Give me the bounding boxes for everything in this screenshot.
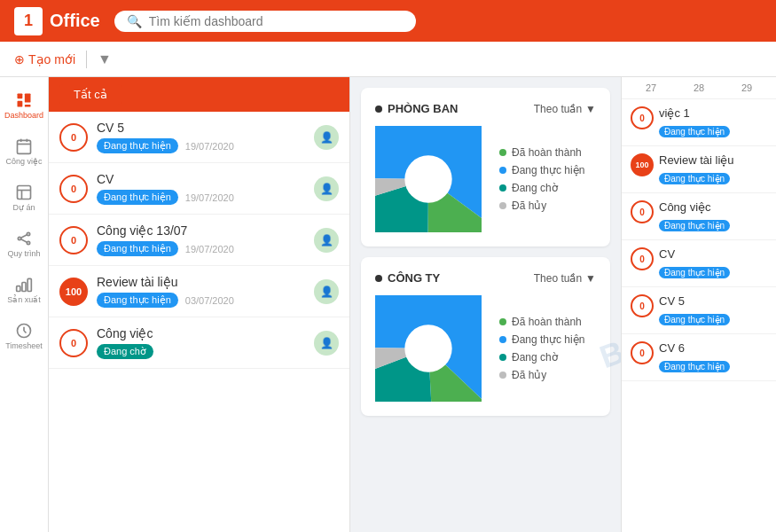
list-item[interactable]: 0 CV 5 Đang thực hiện [622, 287, 776, 334]
logo-icon: 1 [14, 7, 43, 35]
sidebar-item-timesheet[interactable]: Timesheet [0, 315, 48, 357]
legend-dot [499, 149, 506, 156]
pie-chart-phongban [375, 126, 482, 232]
task-list-header: Tất cả [49, 77, 349, 112]
task-meta: Đang thực hiện 19/07/2020 [97, 241, 305, 256]
status-badge: Đang chờ [97, 344, 153, 359]
task-info: CV 6 Đang thực hiện [659, 341, 730, 373]
list-item: Đang thực hiện [499, 333, 584, 346]
legend-dot [499, 372, 506, 379]
table-row[interactable]: 0 CV Đang thực hiện 19/07/2020 👤 [49, 163, 349, 215]
table-row[interactable]: 0 Công việc 13/07 Đang thực hiện 19/07/2… [49, 215, 349, 266]
charts-panel: Bizfly PHÒNG BAN Theo tuần ▼ [350, 77, 621, 532]
list-item: Đang chờ [499, 182, 584, 194]
legend-label: Đã hủy [512, 369, 546, 381]
svg-rect-8 [18, 186, 31, 200]
task-badge: 100 [59, 278, 88, 306]
chevron-down-icon: ▼ [585, 103, 596, 115]
task-meta: Đang thực hiện 19/07/2020 [97, 190, 305, 205]
search-input[interactable] [149, 14, 404, 28]
list-item[interactable]: 0 CV 6 Đang thực hiện [622, 334, 776, 381]
task-info: Review tài liệu Đang thực hiện [659, 153, 734, 185]
sidebar-label-dashboard: Dashboard [4, 111, 43, 120]
sidebar-item-congviec[interactable]: Công việc [0, 130, 48, 173]
sidebar-item-quytrinh[interactable]: Quy trình [0, 223, 48, 265]
right-panel-header: 27 28 29 [622, 77, 776, 99]
table-row[interactable]: 100 Review tài liệu Đang thực hiện 03/07… [49, 266, 349, 317]
logo-area: 1 Office [14, 7, 100, 35]
task-name: Công việc 13/07 [97, 223, 305, 238]
list-item[interactable]: 0 Công việc Đang thực hiện [622, 193, 776, 240]
cal-label-1: 27 [646, 82, 656, 93]
chart-header: CÔNG TY Theo tuần ▼ [375, 271, 596, 285]
svg-rect-17 [22, 283, 26, 292]
sidebar-item-dashboard[interactable]: Dashboard [0, 84, 48, 127]
sub-header: ⊕ Tạo mới ▼ [0, 42, 776, 77]
sidebar-label-quytrinh: Quy trình [7, 249, 40, 258]
chart-header: PHÒNG BAN Theo tuần ▼ [375, 102, 596, 115]
cong-ty-chart: CÔNG TY Theo tuần ▼ [361, 257, 610, 416]
task-info: Công việc Đang thực hiện [659, 200, 730, 232]
dropdown-icon[interactable]: ▼ [98, 51, 112, 67]
legend-label: Đã hoàn thành [512, 146, 582, 159]
task-name: CV 6 [659, 341, 730, 355]
status-badge: Đang thực hiện [97, 293, 178, 308]
legend-dot [499, 202, 506, 209]
svg-rect-0 [18, 94, 23, 99]
search-icon: 🔍 [127, 14, 142, 28]
create-label: Tạo mới [28, 52, 75, 66]
task-name: CV 5 [97, 121, 305, 135]
task-list-tab[interactable]: Tất cả [59, 84, 121, 105]
sidebar: Dashboard Công việc Dự án Quy trình Sản … [0, 77, 49, 532]
sidebar-item-sanxuat[interactable]: Sản xuất [0, 269, 48, 311]
status-badge: Đang thực hiện [97, 190, 178, 205]
svg-line-21 [24, 331, 27, 333]
status-badge: Đang thực hiện [659, 314, 730, 325]
status-badge: Đang thực hiện [659, 361, 730, 372]
chart-filter[interactable]: Theo tuần ▼ [534, 272, 596, 285]
filter-label: Theo tuần [534, 103, 582, 115]
sidebar-item-duan[interactable]: Dự án [0, 176, 48, 219]
title-dot [375, 106, 382, 113]
table-row[interactable]: 0 Công việc Đang chờ 👤 [49, 317, 349, 369]
list-item[interactable]: 0 CV Đang thực hiện [622, 240, 776, 287]
table-row[interactable]: 0 CV 5 Đang thực hiện 19/07/2020 👤 [49, 112, 349, 163]
chart-legend-phongban: Đã hoàn thành Đang thực hiện Đang chờ [499, 146, 584, 212]
status-badge: Đang thực hiện [97, 138, 178, 153]
task-badge: 0 [59, 226, 88, 254]
list-item: Đã hủy [499, 200, 584, 212]
task-meta: Đang chờ [97, 344, 305, 359]
chart-title-text: CÔNG TY [388, 271, 440, 285]
chart-body: Đã hoàn thành Đang thực hiện Đang chờ [375, 295, 596, 402]
sidebar-label-congviec: Công việc [5, 157, 42, 166]
legend-label: Đang chờ [512, 351, 558, 364]
legend-dot [499, 318, 506, 325]
sidebar-label-duan: Dự án [12, 203, 35, 212]
plus-icon: ⊕ [14, 52, 25, 66]
list-item[interactable]: 0 việc 1 Đang thực hiện [622, 99, 776, 146]
task-badge: 0 [59, 175, 88, 203]
task-info: CV 5 Đang thực hiện 19/07/2020 [97, 121, 305, 153]
legend-label: Đã hủy [512, 200, 546, 212]
legend-dot [499, 336, 506, 343]
task-meta: Đang thực hiện 03/07/2020 [97, 293, 305, 308]
task-date: 19/07/2020 [185, 141, 234, 152]
task-badge: 0 [631, 106, 654, 129]
task-name: Công việc [97, 326, 305, 340]
search-bar[interactable]: 🔍 [114, 11, 416, 32]
list-item: Đã hoàn thành [499, 316, 584, 328]
task-info: CV Đang thực hiện 19/07/2020 [97, 172, 305, 205]
content-area: Tất cả 0 CV 5 Đang thực hiện 19/07/2020 … [49, 77, 776, 532]
chart-title: CÔNG TY [375, 271, 440, 285]
svg-line-15 [21, 239, 27, 242]
status-badge: Đang thực hiện [659, 173, 730, 184]
svg-rect-1 [18, 101, 23, 107]
avatar: 👤 [314, 228, 339, 253]
task-meta: Đang thực hiện 19/07/2020 [97, 138, 305, 153]
task-badge: 0 [631, 341, 654, 364]
status-badge: Đang thực hiện [659, 267, 730, 278]
list-item[interactable]: 100 Review tài liệu Đang thực hiện [622, 146, 776, 193]
create-button[interactable]: ⊕ Tạo mới [14, 52, 75, 66]
status-badge: Đang thực hiện [659, 126, 730, 137]
chart-filter[interactable]: Theo tuần ▼ [534, 103, 596, 115]
